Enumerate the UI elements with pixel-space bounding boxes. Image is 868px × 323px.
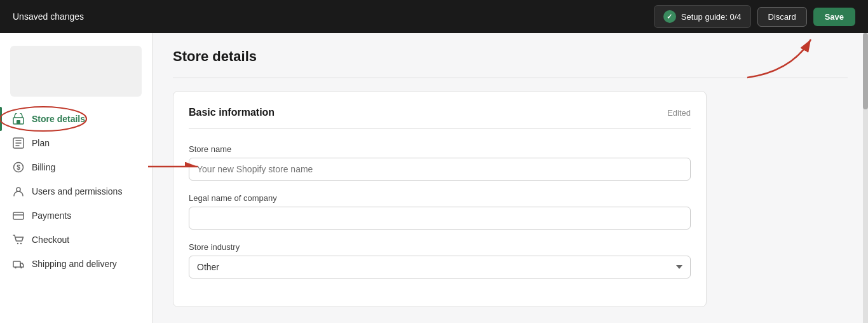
- svg-rect-2: [17, 120, 20, 124]
- store-name-group: Store name: [189, 144, 691, 181]
- legal-name-input[interactable]: [189, 207, 691, 230]
- discard-button[interactable]: Discard: [757, 7, 807, 27]
- store-name-input[interactable]: [189, 158, 691, 181]
- main-content: Store details Basic information Edited S…: [153, 33, 868, 323]
- sidebar-item-users-permissions[interactable]: Users and permissions: [0, 179, 152, 203]
- topbar-actions: ✓ Setup guide: 0/4 Discard Save: [654, 5, 855, 28]
- sidebar-item-payments[interactable]: Payments: [0, 203, 152, 228]
- sidebar-item-checkout[interactable]: Checkout: [0, 228, 152, 252]
- svg-point-12: [15, 267, 17, 269]
- store-industry-group: Store industry Other Fashion Electronics…: [189, 242, 691, 278]
- sidebar-label-store-details: Store details: [32, 114, 85, 124]
- svg-point-13: [20, 267, 22, 269]
- svg-point-9: [17, 243, 18, 244]
- sidebar-label-payments: Payments: [32, 210, 71, 221]
- store-industry-label: Store industry: [189, 242, 691, 252]
- save-button[interactable]: Save: [813, 8, 855, 26]
- basic-information-card: Basic information Edited Store name Lega…: [173, 91, 707, 307]
- sidebar-item-shipping[interactable]: Shipping and delivery: [0, 252, 152, 276]
- card-header: Basic information Edited: [189, 107, 691, 129]
- sidebar-item-store-details[interactable]: Store details: [0, 107, 152, 131]
- edited-badge: Edited: [667, 108, 691, 118]
- billing-icon: $: [13, 162, 24, 173]
- payments-icon: [13, 210, 24, 221]
- users-icon: [13, 186, 24, 197]
- scrollbar-track[interactable]: [863, 33, 868, 323]
- svg-rect-8: [13, 212, 24, 219]
- setup-icon: ✓: [663, 10, 676, 23]
- store-name-label: Store name: [189, 144, 691, 154]
- card-title: Basic information: [189, 107, 275, 118]
- sidebar: Store details Plan $: [0, 33, 153, 323]
- setup-guide-button[interactable]: ✓ Setup guide: 0/4: [654, 5, 751, 28]
- svg-point-7: [17, 188, 20, 191]
- svg-text:$: $: [17, 164, 20, 171]
- svg-rect-11: [13, 261, 20, 267]
- topbar: Unsaved changes ✓ Setup guide: 0/4 Disca…: [0, 0, 868, 33]
- svg-point-10: [20, 243, 22, 244]
- sidebar-logo: [10, 46, 142, 97]
- unsaved-changes-label: Unsaved changes: [13, 11, 84, 22]
- sidebar-label-shipping: Shipping and delivery: [32, 259, 117, 269]
- store-icon: [13, 113, 24, 125]
- checkout-icon: [13, 234, 24, 245]
- sidebar-item-billing[interactable]: $ Billing: [0, 155, 152, 179]
- content-divider: [173, 78, 848, 78]
- legal-name-group: Legal name of company: [189, 193, 691, 230]
- sidebar-label-users: Users and permissions: [32, 186, 122, 196]
- shipping-icon: [13, 258, 24, 270]
- scrollbar-thumb[interactable]: [863, 33, 868, 109]
- sidebar-label-checkout: Checkout: [32, 235, 69, 245]
- page-title: Store details: [173, 48, 848, 65]
- sidebar-item-plan[interactable]: Plan: [0, 131, 152, 155]
- plan-icon: [13, 137, 24, 149]
- sidebar-label-plan: Plan: [32, 138, 50, 148]
- sidebar-label-billing: Billing: [32, 162, 55, 172]
- legal-name-label: Legal name of company: [189, 193, 691, 203]
- store-industry-select[interactable]: Other Fashion Electronics Food & Drink H…: [189, 256, 691, 278]
- main-layout: Store details Plan $: [0, 33, 868, 323]
